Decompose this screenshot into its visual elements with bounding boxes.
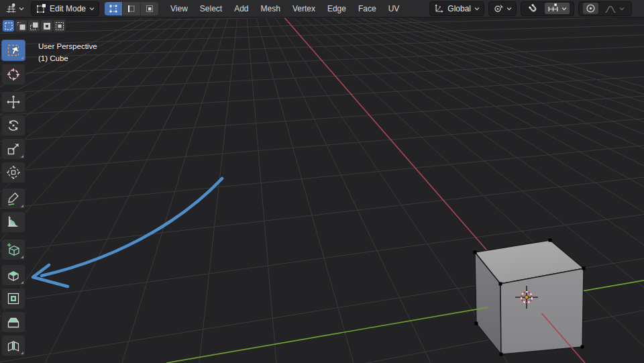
orientation-label: Global <box>447 4 471 13</box>
tool-cursor-button[interactable] <box>1 64 25 85</box>
menu-vertex[interactable]: Vertex <box>287 2 321 15</box>
annotation-arrow <box>33 178 222 287</box>
tool-rotate-button[interactable] <box>1 115 25 136</box>
rotate-icon <box>6 118 21 133</box>
3d-cursor-tool-icon <box>6 67 21 82</box>
select-extend-icon <box>16 21 27 32</box>
header-right-controls: Global <box>425 1 641 16</box>
axis-lines-back <box>284 17 644 291</box>
face-select-icon <box>145 4 154 13</box>
menu-view[interactable]: View <box>165 2 193 15</box>
mode-label: Edit Mode <box>50 4 86 13</box>
menu-add[interactable]: Add <box>229 2 254 15</box>
face-select-toggle[interactable] <box>140 2 158 15</box>
inset-faces-icon <box>6 291 21 306</box>
viewport-overlay-text: User Perspective (1) Cube <box>38 40 97 64</box>
tool-scale-button[interactable] <box>1 138 25 160</box>
blender-window: Edit Mode <box>0 0 644 363</box>
mesh-select-mode-toggles <box>105 2 158 15</box>
vertex-select-toggle[interactable] <box>105 2 122 15</box>
chevron-down-icon <box>506 7 512 11</box>
snap-target-dropdown[interactable] <box>545 3 570 14</box>
snap-toggle[interactable] <box>525 3 541 15</box>
falloff-curve-icon <box>604 4 616 13</box>
measure-icon <box>6 215 21 229</box>
add-cube-icon <box>6 242 21 257</box>
proportional-editing-icon <box>586 3 596 13</box>
chevron-down-icon <box>619 7 625 11</box>
scale-icon <box>6 142 21 156</box>
select-mode-options <box>1 19 66 33</box>
tool-inset-faces-button[interactable] <box>1 288 25 309</box>
proportional-editing-toggle[interactable] <box>583 3 598 14</box>
select-mode-subtract-button[interactable] <box>28 20 40 32</box>
mode-dropdown[interactable]: Edit Mode <box>31 1 99 16</box>
snap-increment-icon <box>547 3 559 13</box>
select-invert-icon <box>42 21 52 32</box>
tool-annotate-button[interactable] <box>1 188 25 209</box>
header-menubar: ViewSelectAddMeshVertexEdgeFaceUV <box>165 2 405 15</box>
menu-select[interactable]: Select <box>195 2 227 15</box>
menu-mesh[interactable]: Mesh <box>256 2 286 15</box>
orientation-axes-icon <box>434 3 444 13</box>
tool-measure-button[interactable] <box>1 211 25 233</box>
select-mode-extend-button[interactable] <box>15 20 27 32</box>
extrude-region-icon <box>6 268 21 282</box>
view-name-text: User Perspective <box>38 40 97 52</box>
active-object-text: (1) Cube <box>38 52 97 64</box>
select-subtract-icon <box>29 21 40 32</box>
tool-loop-cut-button[interactable] <box>1 335 25 356</box>
magnet-icon <box>528 3 539 14</box>
vertex-select-icon <box>109 4 118 13</box>
select-set-icon <box>3 21 14 32</box>
cursor-center-dot <box>525 295 529 299</box>
annotate-icon <box>6 191 21 206</box>
loop-cut-icon <box>6 338 21 353</box>
chevron-down-icon <box>474 7 480 11</box>
pivot-point-dropdown[interactable] <box>488 1 517 16</box>
edge-select-toggle[interactable] <box>122 2 140 15</box>
menu-face[interactable]: Face <box>353 2 382 15</box>
transform-icon <box>6 165 21 180</box>
tool-bevel-button[interactable] <box>1 311 25 333</box>
select-intersect-icon <box>54 21 65 32</box>
chevron-down-icon <box>561 7 567 11</box>
edit-mode-icon <box>36 3 46 14</box>
proportional-editing-controls <box>578 1 632 16</box>
tool-shelf <box>1 40 27 356</box>
move-icon <box>6 95 21 109</box>
editor-type-selector[interactable] <box>3 1 27 15</box>
pivot-point-icon <box>493 3 503 13</box>
falloff-dropdown[interactable] <box>602 3 627 14</box>
snapping-controls <box>521 1 574 16</box>
select-mode-invert-button[interactable] <box>41 20 52 32</box>
select-mode-set-button[interactable] <box>3 20 14 32</box>
tool-select-box-button[interactable] <box>1 40 25 61</box>
chevron-down-icon <box>89 7 95 11</box>
tool-extrude-region-button[interactable] <box>1 264 25 286</box>
chevron-down-icon <box>19 7 24 11</box>
tool-move-button[interactable] <box>1 91 25 113</box>
select-box-icon <box>6 43 21 58</box>
edge-select-icon <box>127 4 136 13</box>
3d-viewport-editor-icon <box>5 3 17 14</box>
transform-orientation-dropdown[interactable]: Global <box>429 1 484 16</box>
tool-transform-button[interactable] <box>1 162 25 183</box>
tool-add-cube-button[interactable] <box>1 239 25 260</box>
viewport-header: Edit Mode <box>0 0 644 17</box>
cube-front-face[interactable] <box>500 268 584 354</box>
menu-uv[interactable]: UV <box>383 2 405 15</box>
select-mode-intersect-button[interactable] <box>54 20 65 32</box>
menu-edge[interactable]: Edge <box>322 2 352 15</box>
bevel-icon <box>6 315 21 329</box>
